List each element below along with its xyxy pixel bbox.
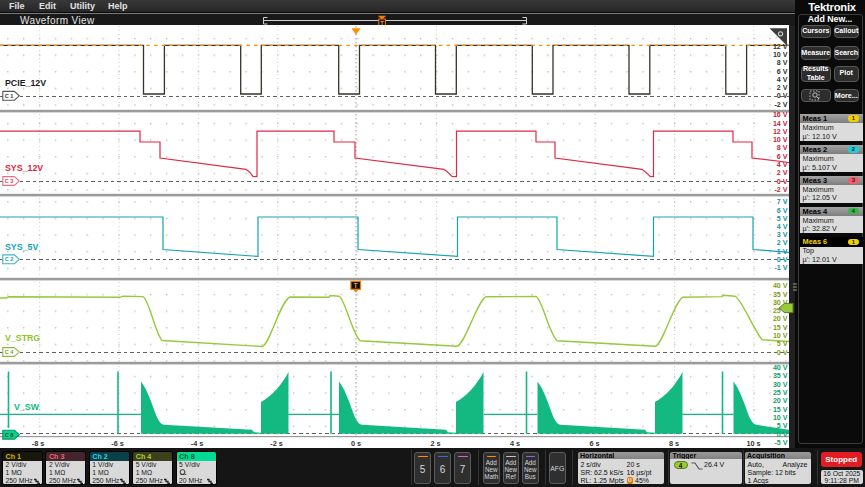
svg-text:2 s: 2 s [430,439,440,448]
svg-text:6 V: 6 V [777,207,788,215]
svg-text:14 V: 14 V [773,120,788,128]
svg-text:C 1: C 1 [5,93,14,99]
svg-text:2 V: 2 V [777,169,788,177]
svg-text:C 2: C 2 [5,256,14,262]
svg-text:-5 V: -5 V [774,439,787,447]
svg-text:10 V: 10 V [773,332,788,340]
svg-text:0 V: 0 V [777,349,788,357]
svg-text:12 V: 12 V [773,128,788,136]
svg-text:-1 V: -1 V [774,264,787,272]
svg-text:4 V: 4 V [777,161,788,169]
svg-text:V_SW: V_SW [14,402,40,412]
svg-text:10 V: 10 V [773,136,788,144]
svg-text:-4 s: -4 s [191,439,204,448]
svg-text:15 V: 15 V [773,324,788,332]
svg-text:-2 V: -2 V [774,186,787,194]
svg-text:0 s: 0 s [351,439,361,448]
svg-text:C 4: C 4 [5,349,15,355]
svg-text:SYS_12V: SYS_12V [5,163,43,173]
svg-text:40 V: 40 V [773,282,788,290]
svg-text:8 V: 8 V [777,59,788,67]
svg-text:10 V: 10 V [773,414,788,422]
svg-text:20 V: 20 V [773,397,788,405]
svg-text:5 V: 5 V [777,340,788,348]
svg-text:7 V: 7 V [777,198,788,206]
svg-text:15 V: 15 V [773,406,788,414]
svg-text:35 V: 35 V [773,291,788,299]
svg-text:40 V: 40 V [773,364,788,372]
svg-text:V_STRG: V_STRG [5,333,40,343]
svg-text:SYS_5V: SYS_5V [5,242,38,252]
svg-text:0 V: 0 V [777,178,788,186]
svg-text:8 s: 8 s [669,439,679,448]
svg-text:8 V: 8 V [777,144,788,152]
svg-text:4 V: 4 V [777,223,788,231]
svg-text:-2 V: -2 V [774,101,787,109]
svg-text:16 V: 16 V [773,111,788,119]
svg-text:C 8: C 8 [5,432,14,438]
svg-text:30 V: 30 V [773,381,788,389]
svg-text:10 s: 10 s [746,439,760,448]
svg-text:6 s: 6 s [589,439,599,448]
svg-text:-8 s: -8 s [32,439,45,448]
svg-text:0 V: 0 V [777,431,788,439]
svg-text:0 V: 0 V [777,256,788,264]
svg-text:PCIE_12V: PCIE_12V [5,78,46,88]
svg-text:10 V: 10 V [773,51,788,59]
svg-text:3 V: 3 V [777,231,788,239]
svg-text:0 V: 0 V [777,92,788,100]
svg-text:2 V: 2 V [777,84,788,92]
svg-text:6 V: 6 V [777,68,788,76]
svg-text:4 s: 4 s [510,439,520,448]
svg-text:C 3: C 3 [5,178,14,184]
svg-text:35 V: 35 V [773,372,788,380]
svg-text:-6 s: -6 s [111,439,124,448]
svg-text:2 V: 2 V [777,239,788,247]
svg-text:-2 s: -2 s [270,439,283,448]
svg-text:5 V: 5 V [777,422,788,430]
svg-text:4 V: 4 V [777,76,788,84]
svg-text:1 V: 1 V [777,248,788,256]
svg-text:25 V: 25 V [773,389,788,397]
svg-text:5 V: 5 V [777,215,788,223]
svg-text:20 V: 20 V [773,315,788,323]
svg-text:6 V: 6 V [777,153,788,161]
